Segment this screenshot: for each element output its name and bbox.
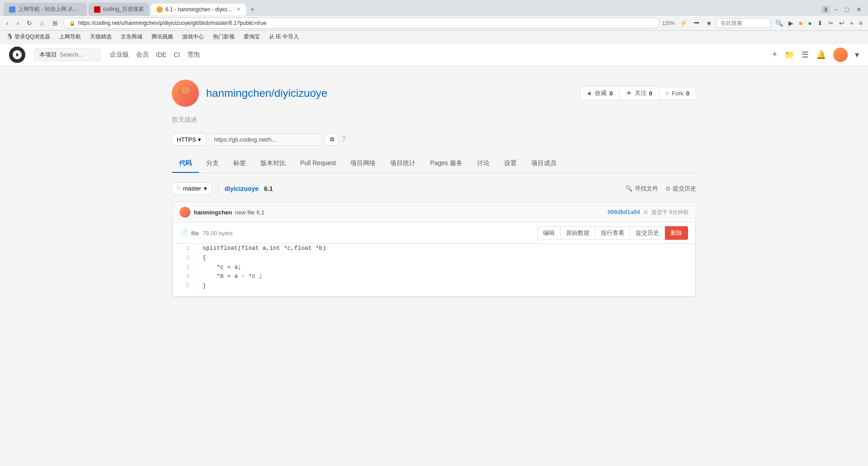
close-window-button[interactable]: ✕ (854, 4, 864, 15)
delete-button[interactable]: 删除 (665, 226, 688, 240)
app-logo[interactable] (9, 47, 25, 63)
tab-diff[interactable]: 版本对比 (253, 155, 293, 173)
watch-button[interactable]: 👁 关注 0 (620, 86, 659, 100)
user-avatar[interactable] (833, 48, 848, 62)
raw-data-button[interactable]: 原始数据 (561, 226, 595, 240)
fork-label: Fork (672, 90, 684, 97)
forward-button[interactable]: › (14, 18, 22, 29)
browser-tab-1[interactable]: 上网导航 - 轻快上网 从这里开 (4, 3, 87, 16)
project-search[interactable]: 本项目 (34, 48, 101, 61)
tab-stats[interactable]: 项目统计 (383, 155, 423, 173)
nav-ide[interactable]: IDE (156, 51, 166, 58)
commit-box: hanmingchen new file 6.1 900dbd1a04 ⧉ 提交… (172, 202, 696, 297)
tab-toggle-button[interactable]: ⊞ (50, 18, 61, 29)
forward-icon2[interactable]: ⮕ (692, 19, 702, 28)
undo-icon[interactable]: ↩ (837, 19, 846, 28)
clone-url-input[interactable] (210, 133, 323, 146)
repo-full-name[interactable]: hanmingchen/diyicizuoye (206, 87, 327, 100)
clone-help-icon[interactable]: ? (342, 135, 346, 143)
chat-icon[interactable]: ● (806, 19, 813, 28)
line-content-4: *b = a - *c ; (195, 272, 270, 281)
bookmark-jd[interactable]: 京东商城 (118, 32, 145, 42)
browser-tab-3[interactable]: 6.1 - hanmingchen - diyici... ✕ (151, 4, 246, 15)
search-glass-icon[interactable]: 🔍 (774, 19, 785, 28)
scissors-icon[interactable]: ✂ (826, 19, 835, 28)
path-repo[interactable]: diyicizuoye (225, 185, 259, 192)
app-nav: 企业版 会员 IDE CI 雪泡 (110, 51, 200, 59)
line-content-3: *c = a; (195, 263, 249, 272)
line-view-button[interactable]: 按行查看 (595, 226, 630, 240)
nav-ci[interactable]: CI (174, 51, 180, 58)
commit-header: hanmingchen new file 6.1 900dbd1a04 ⧉ 提交… (172, 202, 696, 223)
bookmark-tencent-video[interactable]: 腾讯视频 (149, 32, 176, 42)
fork-button[interactable]: ⑂ Fork 0 (659, 87, 696, 100)
folder-icon[interactable]: 📁 (784, 50, 794, 60)
dropdown-icon[interactable]: ▾ (855, 50, 859, 60)
code-line-1: 1 splitfloat(float a,int *c,float *b) (173, 244, 695, 253)
tab-branches[interactable]: 分支 (199, 155, 226, 173)
tab-network[interactable]: 项目网络 (343, 155, 383, 173)
commit-author[interactable]: hanmingchen (194, 209, 232, 216)
tab-code[interactable]: 代码 (172, 155, 199, 173)
menu-icon[interactable]: ≡ (857, 19, 864, 28)
tab-tags[interactable]: 标签 (226, 155, 253, 173)
bookmark-games[interactable]: 游戏中心 (179, 32, 207, 42)
tab-members[interactable]: 项目成员 (524, 155, 564, 173)
browser-tab-2[interactable]: coding_百度搜索 (89, 3, 149, 16)
restore-button[interactable]: □ (843, 4, 852, 15)
repo-avatar-icon (176, 84, 194, 102)
copy-hash-icon[interactable]: ⧉ (644, 209, 648, 215)
browser-chrome: 上网导航 - 轻快上网 从这里开 coding_百度搜索 6.1 - hanmi… (0, 0, 868, 43)
bookmark-star[interactable]: ★ (704, 19, 714, 28)
bookmark-qq[interactable]: 🐧 登录QQ浏览器 (4, 32, 53, 42)
bookmark-taobao[interactable]: 爱淘宝 (241, 32, 263, 42)
code-line-2: 2 { (173, 253, 695, 263)
close-tab-button[interactable]: ✕ (236, 6, 241, 12)
file-history-button[interactable]: 提交历史 (630, 226, 665, 240)
edit-button[interactable]: 编辑 (537, 226, 561, 240)
bookmark-movies[interactable]: 热门影视 (210, 32, 237, 42)
find-file-link[interactable]: 🔍 寻找文件 (625, 185, 658, 193)
project-search-input[interactable] (60, 51, 96, 58)
browser-search-input[interactable] (717, 18, 771, 28)
tab-settings[interactable]: 设置 (497, 155, 524, 173)
bookmark-ie-import[interactable]: 从 IE 中导入 (266, 32, 302, 42)
fork-count: 0 (686, 90, 689, 97)
commit-hash[interactable]: 900dbd1a04 (608, 209, 640, 215)
bell-icon[interactable]: 🔔 (816, 50, 826, 60)
bookmark-nav[interactable]: 上网导航 (57, 32, 84, 42)
commit-history-link[interactable]: ⊙ 提交历史 (665, 185, 696, 193)
zoom-indicator: 125% (662, 20, 675, 26)
list-icon[interactable]: ☰ (802, 50, 809, 60)
plus-icon[interactable]: + (772, 50, 777, 59)
tab-pull-request[interactable]: Pull Request (293, 155, 343, 173)
toolbar-icons-right: 🔍 ▶ ■ ● ⬇ ✂ ↩ + ≡ (774, 19, 864, 28)
lock-icon: 🔒 (69, 20, 75, 26)
clone-url-copy-button[interactable]: ⧉ (326, 133, 338, 146)
history-icon: ⊙ (665, 185, 670, 192)
back-button[interactable]: ‹ (4, 18, 11, 29)
url-bar[interactable]: 🔒 https://coding.net/u/hanmingchen/p/diy… (63, 18, 660, 29)
nav-xuepao[interactable]: 雪泡 (187, 51, 200, 59)
tab-pages[interactable]: Pages 服务 (423, 155, 470, 173)
path-filename: 6.1 (264, 185, 273, 192)
branch-name: master (183, 185, 201, 192)
home-button[interactable]: ⌂ (38, 18, 47, 29)
line-content-1: splitfloat(float a,int *c,float *b) (195, 244, 333, 253)
download-icon[interactable]: ⬇ (816, 19, 825, 28)
add-icon[interactable]: + (848, 19, 855, 28)
play-icon[interactable]: ▶ (787, 19, 795, 28)
star-button[interactable]: ★ 收藏 0 (580, 86, 619, 100)
tab-discuss[interactable]: 讨论 (470, 155, 497, 173)
bookmark-tmall[interactable]: 天猫精选 (87, 32, 114, 42)
nav-member[interactable]: 会员 (136, 51, 149, 59)
protocol-selector[interactable]: HTTPS ▾ (172, 133, 206, 146)
new-tab-button[interactable]: + (248, 5, 257, 14)
minimize-button[interactable]: − (831, 4, 840, 15)
code-line-5: 5 } (173, 281, 695, 296)
nav-enterprise[interactable]: 企业版 (110, 51, 129, 59)
refresh-button[interactable]: ↻ (24, 18, 35, 29)
video-icon[interactable]: ■ (797, 19, 804, 28)
content-wrapper: hanmingchen/diyicizuoye ★ 收藏 0 👁 关注 0 ⑂ … (0, 66, 868, 311)
branch-selector[interactable]: ⑂ master ▾ (172, 182, 212, 195)
